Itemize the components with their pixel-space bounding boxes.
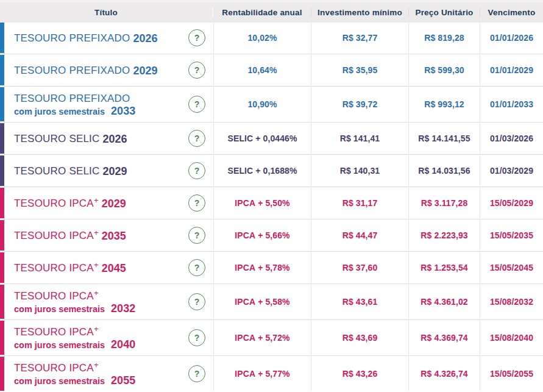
bond-name: TESOURO IPCA [14,230,94,242]
bond-name-superscript: + [94,360,99,369]
unit-price-cell: R$ 4.361,02 [408,285,480,319]
bond-title-cell: TESOURO PREFIXADO2026 ? [0,23,213,53]
rate-cell: SELIC + 0,0446% [213,123,311,154]
help-icon[interactable]: ? [188,365,205,382]
rate-value: + 5,50% [255,198,289,208]
bond-color-bar [0,220,4,251]
bond-table-body: TESOURO PREFIXADO2026 ? 10,02% R$ 32,77 … [0,23,543,391]
maturity-date: 01/03/2026 [490,134,533,143]
rate-cell: 10,02% [213,23,311,53]
bond-color-bar [0,252,4,283]
unit-price-value: R$ 4.369,74 [421,333,467,343]
bond-name-superscript: + [94,196,99,205]
bond-row[interactable]: TESOURO PREFIXADO com juros semestrais 2… [0,87,543,121]
bond-color-bar [0,285,4,319]
bond-title-cell: TESOURO SELIC2029 ? [0,155,213,186]
rate-value: + 5,66% [255,230,289,240]
help-icon[interactable]: ? [188,130,205,147]
bond-row[interactable]: TESOURO SELIC2029 ? SELIC + 0,1688% R$ 1… [0,155,543,186]
unit-price-cell: R$ 4.369,74 [408,321,480,355]
bond-color-bar [0,188,4,218]
unit-price-value: R$ 2.223,93 [421,230,467,240]
unit-price-value: R$ 14.141,55 [418,134,470,143]
bond-row[interactable]: TESOURO PREFIXADO2029 ? 10,64% R$ 35,95 … [0,55,543,85]
rate-value: + 5,72% [255,333,289,343]
help-icon[interactable]: ? [188,329,205,346]
bond-title: TESOURO IPCA+ com juros semestrais 2055 [14,361,135,387]
bond-row[interactable]: TESOURO IPCA+2045 ? IPCA + 5,78% R$ 37,6… [0,252,543,283]
maturity-cell: 01/03/2026 [480,123,543,154]
min-investment-value: R$ 44,47 [342,230,378,240]
maturity-cell: 01/01/2026 [480,23,543,53]
bond-color-bar [0,123,4,154]
bond-name: TESOURO IPCA [14,291,94,302]
rate-cell: IPCA + 5,72% [213,321,311,355]
help-icon[interactable]: ? [188,96,205,113]
column-header-investimento: Investimento mínimo [311,8,408,17]
bond-name: TESOURO PREFIXADO [14,65,130,77]
maturity-date: 15/08/2040 [490,333,533,343]
unit-price-value: R$ 599,30 [424,65,464,75]
rate-cell: IPCA + 5,58% [213,285,311,319]
maturity-date: 01/01/2026 [490,33,533,43]
bond-color-bar [0,55,4,85]
bond-table-header: Título Rentabilidade anual Investimento … [0,2,543,23]
rate-cell: IPCA + 5,66% [213,220,311,251]
maturity-date: 15/05/2045 [490,263,533,273]
unit-price-value: R$ 1.253,54 [421,263,467,273]
column-header-vencimento: Vencimento [480,8,543,17]
bond-color-bar [0,155,4,186]
min-investment-cell: R$ 32,77 [311,23,408,53]
bond-title-cell: TESOURO SELIC2026 ? [0,123,213,154]
unit-price-cell: R$ 14.031,56 [408,155,480,186]
min-investment-cell: R$ 39,72 [311,87,408,121]
bond-row[interactable]: TESOURO IPCA+ com juros semestrais 2032 … [0,285,543,319]
maturity-date: 15/08/2032 [490,297,533,307]
help-icon[interactable]: ? [188,293,205,310]
help-icon[interactable]: ? [188,227,205,244]
column-header-rentabilidade: Rentabilidade anual [213,8,311,17]
rate-cell: IPCA + 5,77% [213,357,311,391]
bond-year: 2035 [102,230,126,242]
maturity-date: 15/05/2029 [490,198,533,208]
unit-price-cell: R$ 4.326,74 [408,357,480,391]
bond-year: 2029 [103,165,127,177]
column-header-preco: Preço Unitário [408,8,480,17]
bond-subtitle: com juros semestrais [14,107,105,116]
bond-name: TESOURO IPCA [14,198,94,210]
maturity-cell: 01/01/2033 [480,87,543,121]
rate-value: + 0,1688% [253,166,297,176]
bond-row[interactable]: TESOURO PREFIXADO2026 ? 10,02% R$ 32,77 … [0,23,543,53]
bond-name: TESOURO IPCA [14,263,94,274]
unit-price-value: R$ 4.326,74 [421,369,467,379]
min-investment-cell: R$ 31,17 [311,188,408,218]
maturity-cell: 15/08/2032 [480,285,543,319]
bond-row[interactable]: TESOURO IPCA+2035 ? IPCA + 5,66% R$ 44,4… [0,220,543,251]
min-investment-cell: R$ 35,95 [311,55,408,85]
unit-price-cell: R$ 3.117,28 [408,188,480,218]
bond-title: TESOURO IPCA+2035 [14,229,126,241]
rate-index-label: SELIC [228,134,254,143]
unit-price-cell: R$ 2.223,93 [408,220,480,251]
help-icon[interactable]: ? [188,29,205,46]
maturity-cell: 15/05/2029 [480,188,543,218]
bond-row[interactable]: TESOURO IPCA+ com juros semestrais 2055 … [0,357,543,391]
bond-row[interactable]: TESOURO SELIC2026 ? SELIC + 0,0446% R$ 1… [0,123,543,154]
min-investment-value: R$ 141,41 [340,134,380,143]
bond-row[interactable]: TESOURO IPCA+2029 ? IPCA + 5,50% R$ 31,1… [0,188,543,218]
unit-price-value: R$ 819,28 [424,33,464,43]
bond-name: TESOURO IPCA [14,363,94,374]
bond-name: TESOURO SELIC [14,166,100,177]
min-investment-value: R$ 39,72 [342,99,378,109]
help-icon[interactable]: ? [188,162,205,179]
bond-title-cell: TESOURO PREFIXADO com juros semestrais 2… [0,87,213,121]
help-icon[interactable]: ? [188,259,205,276]
unit-price-value: R$ 3.117,28 [421,198,468,208]
maturity-date: 15/05/2035 [490,230,533,240]
column-header-titulo: Título [0,8,213,17]
bond-year: 2045 [102,262,126,274]
bond-name: TESOURO SELIC [14,134,100,145]
help-icon[interactable]: ? [188,62,205,79]
help-icon[interactable]: ? [188,194,205,212]
bond-row[interactable]: TESOURO IPCA+ com juros semestrais 2040 … [0,321,543,355]
